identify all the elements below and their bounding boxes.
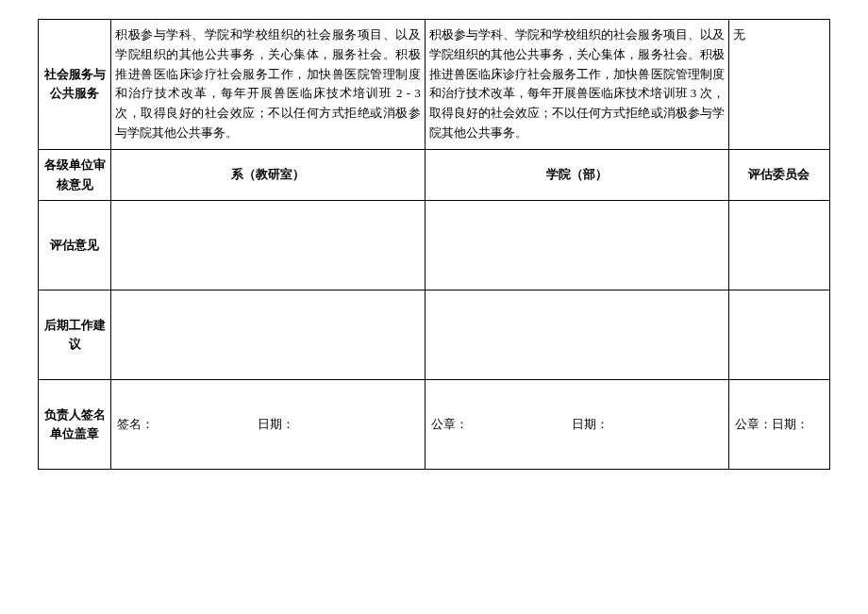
evaluation-table: 社会服务与公共服务 积极参与学科、学院和学校组织的社会服务项目、以及学院组织的其… bbox=[38, 19, 830, 470]
row-evaluation-opinion: 评估意见 bbox=[39, 201, 830, 290]
cell-suggestion-college bbox=[425, 290, 728, 380]
label-signature: 负责人签名单位盖章 bbox=[39, 380, 111, 470]
cell-suggestion-committee bbox=[728, 290, 829, 380]
header-department: 系（教研室） bbox=[111, 149, 426, 201]
row-review-header: 各级单位审核意见 系（教研室） 学院（部） 评估委员会 bbox=[39, 149, 830, 201]
text-seal-label: 公章： bbox=[431, 417, 468, 431]
cell-sign-dept: 签名：日期： bbox=[111, 380, 426, 470]
header-college: 学院（部） bbox=[425, 149, 728, 201]
cell-opinion-dept bbox=[111, 201, 426, 290]
row-later-suggestion: 后期工作建议 bbox=[39, 290, 830, 380]
text-sign-label: 签名： bbox=[117, 417, 154, 431]
row-signature: 负责人签名单位盖章 签名：日期： 公章：日期： 公章：日期： bbox=[39, 380, 830, 470]
label-evaluation-opinion: 评估意见 bbox=[39, 201, 111, 290]
cell-sign-college: 公章：日期： bbox=[425, 380, 728, 470]
cell-sign-committee: 公章：日期： bbox=[728, 380, 829, 470]
cell-social-text1: 积极参与学科、学院和学校组织的社会服务项目、以及学院组织的其他公共事务，关心集体… bbox=[111, 20, 426, 150]
cell-social-text3: 无 bbox=[728, 20, 829, 150]
cell-social-text2: 积极参与学科、学院和学校组织的社会服务项目、以及学院组织的其他公共事务，关心集体… bbox=[425, 20, 728, 150]
cell-suggestion-dept bbox=[111, 290, 426, 380]
label-review-units: 各级单位审核意见 bbox=[39, 149, 111, 201]
label-later-suggestion: 后期工作建议 bbox=[39, 290, 111, 380]
cell-opinion-college bbox=[425, 201, 728, 290]
text-date-label: 日期： bbox=[258, 417, 294, 431]
label-social-service: 社会服务与公共服务 bbox=[39, 20, 111, 150]
text-date-label-2: 日期： bbox=[572, 417, 609, 431]
row-social-service: 社会服务与公共服务 积极参与学科、学院和学校组织的社会服务项目、以及学院组织的其… bbox=[39, 20, 830, 150]
cell-opinion-committee bbox=[728, 201, 829, 290]
header-committee: 评估委员会 bbox=[728, 149, 829, 201]
